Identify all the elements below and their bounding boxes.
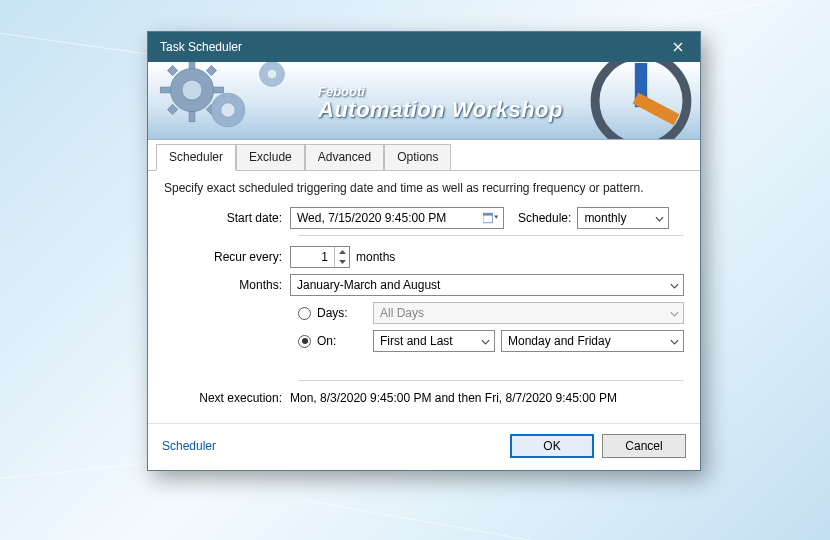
- start-date-input[interactable]: Wed, 7/15/2020 9:45:00 PM: [290, 207, 504, 229]
- spinner-up[interactable]: [335, 247, 349, 257]
- svg-rect-1: [189, 62, 195, 68]
- recur-value: 1: [291, 250, 334, 264]
- titlebar: Task Scheduler: [148, 32, 700, 62]
- weekday-select[interactable]: Monday and Friday: [501, 330, 684, 352]
- days-select[interactable]: All Days: [373, 302, 684, 324]
- ordinal-select[interactable]: First and Last: [373, 330, 495, 352]
- svg-point-11: [221, 103, 235, 117]
- days-radio-label: Days:: [317, 306, 373, 320]
- months-label: Months:: [164, 278, 290, 292]
- on-radio[interactable]: [298, 335, 311, 348]
- svg-point-13: [267, 69, 277, 79]
- banner: Febooti Automation Workshop: [148, 62, 700, 140]
- chevron-down-icon: [670, 278, 679, 292]
- tab-advanced[interactable]: Advanced: [305, 144, 384, 170]
- svg-rect-5: [167, 65, 177, 75]
- ok-button[interactable]: OK: [510, 434, 594, 458]
- on-radio-label: On:: [317, 334, 373, 348]
- start-date-value: Wed, 7/15/2020 9:45:00 PM: [297, 211, 446, 225]
- months-value: January-March and August: [297, 278, 440, 292]
- tab-options[interactable]: Options: [384, 144, 451, 170]
- schedule-value: monthly: [584, 211, 626, 225]
- window-title: Task Scheduler: [160, 40, 242, 54]
- recur-spinner[interactable]: 1: [290, 246, 350, 268]
- svg-rect-16: [483, 213, 493, 215]
- recur-label: Recur every:: [164, 250, 290, 264]
- days-radio[interactable]: [298, 307, 311, 320]
- help-link[interactable]: Scheduler: [162, 439, 216, 453]
- days-value: All Days: [380, 306, 424, 320]
- gear-icon: [248, 62, 296, 98]
- start-date-label: Start date:: [164, 211, 290, 225]
- clock-icon: [588, 62, 694, 140]
- task-scheduler-dialog: Task Scheduler Febooti Automation Worksh…: [147, 31, 701, 471]
- tab-scheduler[interactable]: Scheduler: [156, 144, 236, 171]
- svg-rect-7: [167, 104, 177, 114]
- chevron-down-icon: [670, 334, 679, 348]
- chevron-down-icon: [655, 211, 664, 225]
- months-select[interactable]: January-March and August: [290, 274, 684, 296]
- close-button[interactable]: [664, 37, 692, 57]
- cancel-button[interactable]: Cancel: [602, 434, 686, 458]
- banner-product: Automation Workshop: [318, 97, 563, 123]
- chevron-down-icon: [481, 334, 490, 348]
- svg-rect-3: [160, 87, 170, 93]
- ordinal-value: First and Last: [380, 334, 453, 348]
- tab-exclude[interactable]: Exclude: [236, 144, 305, 170]
- recur-unit: months: [356, 250, 395, 264]
- description-text: Specify exact scheduled triggering date …: [164, 181, 684, 195]
- spinner-down[interactable]: [335, 257, 349, 267]
- close-icon: [673, 42, 683, 52]
- svg-rect-2: [189, 112, 195, 122]
- tab-bar: Scheduler Exclude Advanced Options: [148, 140, 700, 171]
- next-execution-label: Next execution:: [164, 391, 290, 405]
- schedule-label: Schedule:: [518, 211, 571, 225]
- schedule-select[interactable]: monthly: [577, 207, 669, 229]
- svg-rect-6: [206, 65, 216, 75]
- chevron-down-icon: [670, 306, 679, 320]
- weekday-value: Monday and Friday: [508, 334, 611, 348]
- next-execution-value: Mon, 8/3/2020 9:45:00 PM and then Fri, 8…: [290, 391, 617, 405]
- calendar-dropdown-icon[interactable]: [481, 209, 501, 227]
